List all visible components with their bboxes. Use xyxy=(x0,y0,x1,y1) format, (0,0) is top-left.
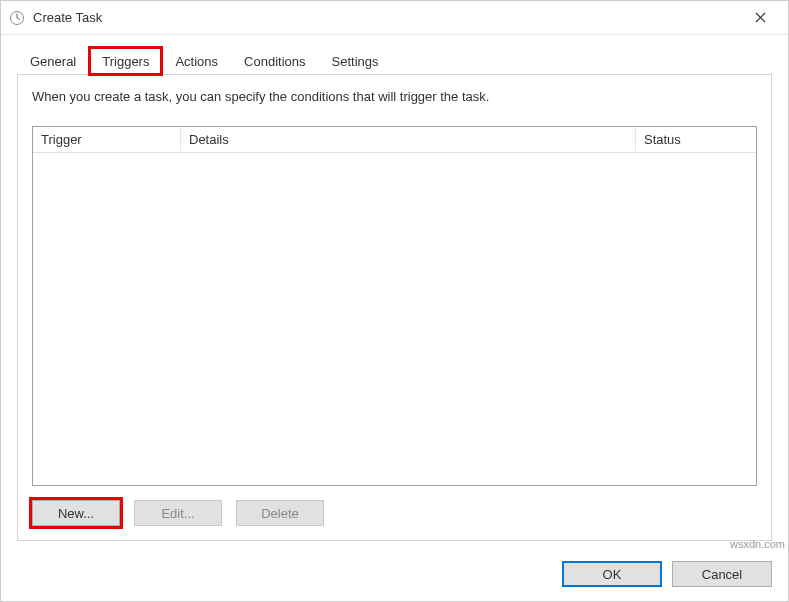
tab-settings[interactable]: Settings xyxy=(319,47,392,75)
close-icon xyxy=(755,12,766,23)
ok-button[interactable]: OK xyxy=(562,561,662,587)
create-task-dialog: Create Task General Triggers Actions Con… xyxy=(0,0,789,602)
window-title: Create Task xyxy=(33,10,740,25)
col-trigger[interactable]: Trigger xyxy=(33,128,181,151)
tab-actions[interactable]: Actions xyxy=(162,47,231,75)
tab-bar: General Triggers Actions Conditions Sett… xyxy=(17,47,772,75)
cancel-button[interactable]: Cancel xyxy=(672,561,772,587)
table-body xyxy=(33,153,756,485)
scheduler-icon xyxy=(9,10,25,26)
col-status[interactable]: Status xyxy=(636,128,756,151)
delete-button: Delete xyxy=(236,500,324,526)
dialog-content: General Triggers Actions Conditions Sett… xyxy=(1,35,788,551)
edit-button: Edit... xyxy=(134,500,222,526)
col-details[interactable]: Details xyxy=(181,128,636,151)
triggers-panel: When you create a task, you can specify … xyxy=(17,74,772,541)
titlebar: Create Task xyxy=(1,1,788,35)
panel-description: When you create a task, you can specify … xyxy=(32,89,757,104)
trigger-button-row: New... Edit... Delete xyxy=(32,500,757,526)
tab-triggers[interactable]: Triggers xyxy=(89,47,162,75)
tab-general[interactable]: General xyxy=(17,47,89,75)
triggers-table[interactable]: Trigger Details Status xyxy=(32,126,757,486)
new-button[interactable]: New... xyxy=(32,500,120,526)
close-button[interactable] xyxy=(740,4,780,32)
dialog-footer: OK Cancel xyxy=(1,551,788,601)
table-header: Trigger Details Status xyxy=(33,127,756,153)
tab-conditions[interactable]: Conditions xyxy=(231,47,318,75)
